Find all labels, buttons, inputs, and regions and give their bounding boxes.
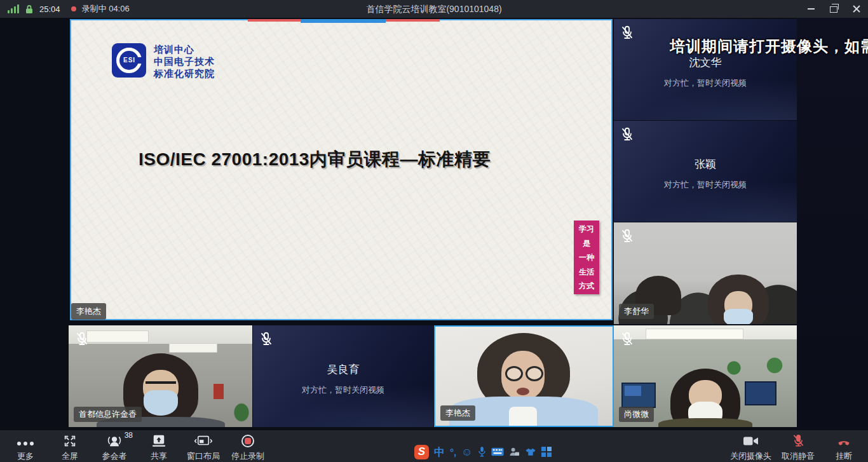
layout-icon xyxy=(194,434,213,448)
title-bar: 25:04 录制中 04:06 首信学院云培训教室(9010101048) xyxy=(0,0,868,18)
minimize-button[interactable] xyxy=(799,0,822,18)
mic-muted-icon xyxy=(619,24,635,41)
sidebar-background xyxy=(797,18,868,430)
ime-voice-icon[interactable] xyxy=(478,446,486,458)
recording-status: 录制中 04:06 xyxy=(82,3,130,15)
signal-strength-icon xyxy=(8,4,19,13)
ime-toolbox-icon[interactable] xyxy=(541,447,552,457)
participants-icon xyxy=(106,434,123,448)
participant-name: 吴良育 xyxy=(253,362,433,377)
cesi-logo: ESI xyxy=(112,43,146,78)
ime-keyboard-icon[interactable] xyxy=(491,447,504,456)
minimize-icon xyxy=(808,8,815,10)
participant-tile-lishuhua[interactable]: 李舒华 xyxy=(614,222,797,324)
participants-button[interactable]: 38 参会者 xyxy=(95,433,133,462)
ime-profile-icon[interactable] xyxy=(509,447,520,457)
close-icon xyxy=(853,5,860,13)
share-icon xyxy=(151,434,167,448)
participant-name: 张颖 xyxy=(614,157,797,172)
logo-esi-text: ESI xyxy=(123,57,136,64)
mic-muted-icon xyxy=(619,228,635,244)
share-toolbar-tab-blue[interactable] xyxy=(301,19,386,23)
participant-tile-shangweiwei[interactable]: 尚微微 xyxy=(614,325,797,427)
call-duration: 25:04 xyxy=(39,4,60,14)
participant-name-tag: 尚微微 xyxy=(619,407,654,422)
mic-muted-icon xyxy=(74,330,90,347)
window-layout-button[interactable]: 窗口布局 xyxy=(184,433,222,462)
hangup-button[interactable]: 挂断 xyxy=(825,433,863,462)
recording-dot-icon xyxy=(71,6,76,11)
ime-chinese-mode-icon[interactable]: 中 xyxy=(434,447,445,458)
participant-tile-wuliangyu[interactable]: 吴良育 对方忙，暂时关闭视频 xyxy=(253,325,433,427)
presenter-name-label: 李艳杰 xyxy=(71,303,106,320)
stop-record-icon xyxy=(241,435,254,447)
participant-tile-shenwenhua[interactable]: 沈文华 对方忙，暂时关闭视频 xyxy=(614,19,797,120)
scrolling-announcement: 培训期间请打开摄像头，如需发 xyxy=(670,36,868,58)
participant-name-tag: 李艳杰 xyxy=(440,405,475,421)
share-button[interactable]: 共享 xyxy=(140,433,178,462)
participants-count-badge: 38 xyxy=(125,431,133,440)
restore-button[interactable] xyxy=(822,0,845,18)
mic-muted-icon xyxy=(258,330,275,347)
mic-muted-icon xyxy=(619,126,635,142)
slogan-banner: 学习 是 一种 生活 方式 xyxy=(574,221,599,294)
participant-tile-liyanjie-active[interactable]: 李艳杰 xyxy=(434,325,614,427)
share-toolbar-tab-red-right[interactable] xyxy=(386,19,440,22)
slide-title: ISO/IEC 27001:2013内审员课程—标准精要 xyxy=(139,147,491,172)
bottom-toolbar: 更多 全屏 38 参会者 xyxy=(0,430,868,462)
status-area: 25:04 录制中 04:06 xyxy=(8,0,130,18)
fullscreen-icon xyxy=(63,434,77,448)
participant-status: 对方忙，暂时关闭视频 xyxy=(253,384,433,396)
mic-muted-icon xyxy=(619,330,635,347)
camera-icon xyxy=(743,435,759,447)
window-controls xyxy=(799,0,868,18)
ime-skin-icon[interactable] xyxy=(525,447,536,456)
participant-name-tag: 首都信息许金香 xyxy=(74,407,142,422)
stop-recording-button[interactable]: 停止录制 xyxy=(229,433,267,462)
ime-emoji-icon[interactable]: ☺ xyxy=(461,447,472,458)
sogou-ime-icon[interactable]: S xyxy=(414,445,429,459)
toolbar-right-group: 关闭摄像头 取消静音 挂断 xyxy=(730,433,863,462)
window-title: 首信学院云培训教室(9010101048) xyxy=(0,0,868,18)
lock-icon xyxy=(25,4,34,14)
shared-screen: ESI 培训中心 中国电子技术 标准化研究院 ISO/IEC 27001:201… xyxy=(70,19,613,320)
participant-status: 对方忙，暂时关闭视频 xyxy=(614,179,797,191)
restore-icon xyxy=(830,6,837,13)
more-button[interactable]: 更多 xyxy=(6,433,44,462)
more-icon xyxy=(17,442,34,445)
hangup-phone-icon xyxy=(836,434,852,448)
share-toolbar-tab-red-left[interactable] xyxy=(248,19,301,22)
ime-punctuation-icon[interactable]: °, xyxy=(450,447,456,457)
organization-name: 培训中心 中国电子技术 标准化研究院 xyxy=(154,43,215,79)
unmute-button[interactable]: 取消静音 xyxy=(779,433,817,462)
participant-tile-xujinxiang[interactable]: 首都信息许金香 xyxy=(69,325,252,427)
participant-name-tag: 李舒华 xyxy=(619,304,654,319)
mic-muted-red-icon xyxy=(791,433,806,448)
participant-status: 对方忙，暂时关闭视频 xyxy=(614,78,797,89)
close-button[interactable] xyxy=(845,0,868,18)
ime-tray: S 中 °, ☺ xyxy=(414,444,552,460)
camera-off-button[interactable]: 关闭摄像头 xyxy=(730,433,771,462)
participant-tile-zhangying[interactable]: 张颖 对方忙，暂时关闭视频 xyxy=(614,121,797,222)
fullscreen-button[interactable]: 全屏 xyxy=(51,433,89,462)
toolbar-left-group: 更多 全屏 38 参会者 xyxy=(6,433,267,462)
